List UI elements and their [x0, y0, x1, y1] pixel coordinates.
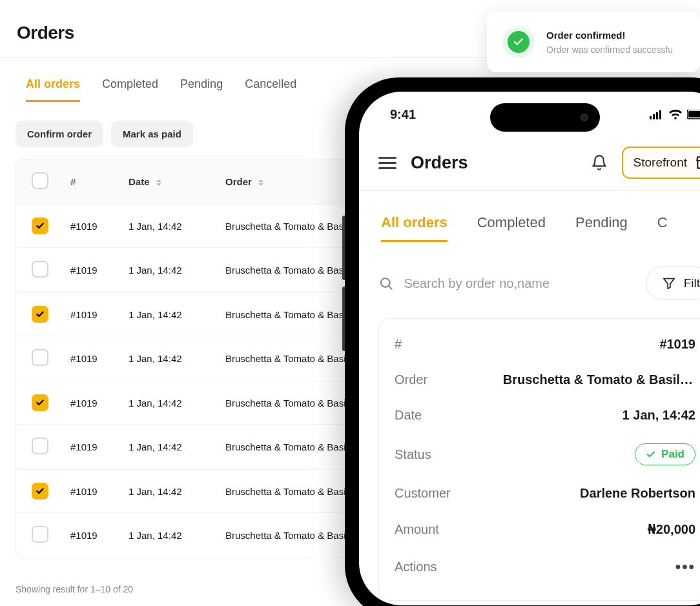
row-checkbox[interactable] — [32, 526, 48, 543]
card-order-label: Order — [395, 372, 427, 387]
phone-search[interactable] — [378, 275, 634, 292]
order-card[interactable]: # #1019 Order Bruschetta & Tomato & Basi… — [378, 318, 700, 601]
filter-button[interactable]: Filter — [646, 267, 700, 300]
row-date: 1 Jan, 14:42 — [129, 309, 225, 320]
phone-mockup: 9:41 Orders Storefront All orders — [345, 77, 700, 606]
bell-icon[interactable] — [591, 154, 608, 171]
row-id: #1019 — [70, 398, 129, 409]
svg-point-7 — [381, 278, 390, 287]
storefront-button[interactable]: Storefront — [622, 146, 700, 179]
storefront-label: Storefront — [633, 156, 687, 170]
row-checkbox[interactable] — [32, 483, 48, 500]
toast-success-icon — [502, 26, 535, 58]
phone-side-button — [342, 287, 345, 351]
row-date: 1 Jan, 14:42 — [129, 353, 225, 364]
check-icon — [36, 487, 45, 496]
col-header-date[interactable]: Date — [129, 176, 225, 187]
phone-notch — [490, 103, 600, 132]
card-amount-value: ₦20,000 — [648, 521, 695, 537]
row-id: #1019 — [70, 265, 129, 276]
check-icon — [646, 449, 656, 460]
row-id: #1019 — [70, 441, 129, 452]
confirm-order-button[interactable]: Confirm order — [15, 121, 103, 147]
svg-rect-0 — [650, 116, 652, 119]
status-badge-label: Paid — [661, 448, 685, 461]
card-date-label: Date — [395, 408, 422, 423]
sort-icon — [258, 179, 263, 186]
row-date: 1 Jan, 14:42 — [129, 221, 225, 232]
search-input[interactable] — [404, 276, 633, 291]
svg-rect-1 — [653, 114, 655, 119]
filter-icon — [662, 276, 676, 290]
phone-search-row: Filter — [359, 251, 700, 318]
filter-label: Filter — [684, 276, 700, 290]
phone-tab-all-orders[interactable]: All orders — [381, 214, 448, 242]
search-icon — [378, 275, 393, 292]
row-id: #1019 — [70, 221, 129, 232]
toast-message: Order was confirmed successfu — [546, 45, 673, 55]
phone-header: Orders Storefront — [359, 127, 700, 190]
cellular-icon — [650, 110, 664, 119]
check-icon — [36, 398, 45, 407]
svg-rect-3 — [659, 110, 661, 119]
sort-icon — [156, 179, 161, 186]
card-status-label: Status — [395, 447, 431, 462]
phone-side-button — [342, 216, 345, 280]
card-num-value: #1019 — [659, 337, 695, 352]
phone-tab-cancelled[interactable]: C — [657, 214, 668, 242]
tab-cancelled[interactable]: Cancelled — [245, 77, 296, 102]
status-badge-paid: Paid — [635, 443, 695, 465]
status-time: 9:41 — [390, 107, 416, 122]
mark-as-paid-button[interactable]: Mark as paid — [111, 121, 193, 147]
card-amount-label: Amount — [395, 522, 439, 537]
card-num-label: # — [395, 337, 402, 352]
check-icon — [36, 310, 45, 319]
row-date: 1 Jan, 14:42 — [129, 265, 225, 276]
card-date-value: 1 Jan, 14:42 — [623, 408, 695, 423]
col-header-order-label: Order — [225, 176, 252, 187]
row-checkbox[interactable] — [32, 349, 48, 366]
toast-order-confirmed: Order confirmed! Order was confirmed suc… — [487, 12, 700, 72]
row-checkbox[interactable] — [32, 261, 48, 278]
card-order-value: Bruschetta & Tomato & Basil(x2) +... — [503, 372, 695, 387]
row-checkbox[interactable] — [32, 306, 48, 323]
battery-icon — [687, 110, 700, 119]
row-date: 1 Jan, 14:42 — [129, 486, 225, 497]
row-id: #1019 — [70, 486, 129, 497]
row-date: 1 Jan, 14:42 — [129, 441, 225, 452]
col-header-num[interactable]: # — [70, 176, 129, 187]
phone-page-title: Orders — [411, 153, 468, 173]
row-id: #1019 — [70, 530, 129, 541]
check-icon — [513, 36, 524, 48]
select-all-checkbox[interactable] — [32, 172, 48, 189]
check-icon — [36, 221, 45, 230]
phone-tab-pending[interactable]: Pending — [575, 214, 628, 242]
tab-all-orders[interactable]: All orders — [26, 77, 80, 102]
svg-rect-2 — [656, 112, 658, 119]
tab-pending[interactable]: Pending — [180, 77, 223, 102]
col-header-date-label: Date — [129, 176, 150, 187]
row-id: #1019 — [70, 309, 129, 320]
phone-tab-completed[interactable]: Completed — [477, 214, 546, 242]
storefront-icon — [695, 154, 700, 171]
tab-completed[interactable]: Completed — [102, 77, 158, 102]
wifi-icon — [669, 110, 682, 119]
toast-title: Order confirmed! — [546, 30, 673, 41]
row-date: 1 Jan, 14:42 — [129, 530, 225, 541]
row-checkbox[interactable] — [32, 217, 48, 234]
card-customer-label: Customer — [395, 486, 451, 501]
card-customer-value: Darlene Robertson — [580, 486, 695, 501]
row-id: #1019 — [70, 353, 129, 364]
svg-rect-5 — [688, 111, 700, 117]
row-date: 1 Jan, 14:42 — [129, 398, 225, 409]
row-checkbox[interactable] — [32, 394, 48, 411]
phone-tabs: All orders Completed Pending C — [359, 191, 700, 251]
row-checkbox[interactable] — [32, 438, 48, 454]
actions-more-button[interactable]: ••• — [675, 558, 695, 576]
phone-camera — [581, 114, 588, 121]
hamburger-icon[interactable] — [378, 154, 396, 172]
card-actions-label: Actions — [395, 560, 437, 574]
